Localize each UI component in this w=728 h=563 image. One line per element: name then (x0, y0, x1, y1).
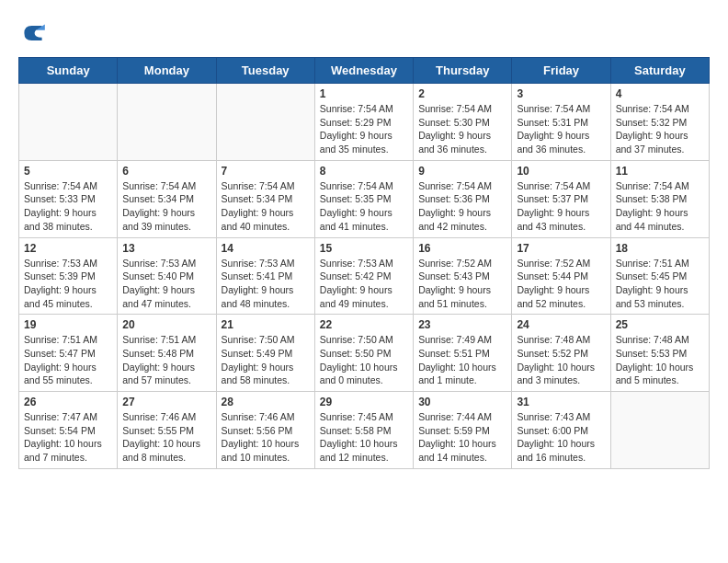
day-info: Sunrise: 7:54 AM Sunset: 5:35 PM Dayligh… (320, 179, 408, 234)
calendar-week-row: 26Sunrise: 7:47 AM Sunset: 5:54 PM Dayli… (19, 392, 710, 469)
calendar-day-cell: 11Sunrise: 7:54 AM Sunset: 5:38 PM Dayli… (610, 160, 709, 237)
calendar-day-cell: 7Sunrise: 7:54 AM Sunset: 5:34 PM Daylig… (216, 160, 314, 237)
day-number: 29 (320, 396, 408, 408)
day-info: Sunrise: 7:52 AM Sunset: 5:44 PM Dayligh… (517, 257, 605, 311)
day-number: 11 (616, 165, 704, 178)
day-number: 25 (616, 318, 704, 331)
calendar-day-cell: 23Sunrise: 7:49 AM Sunset: 5:51 PM Dayli… (414, 315, 512, 392)
calendar-day-cell: 26Sunrise: 7:47 AM Sunset: 5:54 PM Dayli… (19, 392, 118, 469)
day-info: Sunrise: 7:48 AM Sunset: 5:52 PM Dayligh… (517, 333, 605, 387)
day-number: 3 (517, 87, 605, 100)
day-info: Sunrise: 7:54 AM Sunset: 5:37 PM Dayligh… (517, 179, 605, 234)
day-info: Sunrise: 7:49 AM Sunset: 5:51 PM Dayligh… (418, 333, 506, 387)
calendar-week-row: 19Sunrise: 7:51 AM Sunset: 5:47 PM Dayli… (19, 315, 710, 392)
day-info: Sunrise: 7:43 AM Sunset: 6:00 PM Dayligh… (517, 410, 605, 465)
day-of-week-header: Wednesday (314, 58, 413, 84)
day-number: 10 (517, 165, 605, 178)
calendar-header: SundayMondayTuesdayWednesdayThursdayFrid… (19, 58, 710, 84)
day-info: Sunrise: 7:52 AM Sunset: 5:43 PM Dayligh… (418, 257, 506, 311)
day-info: Sunrise: 7:54 AM Sunset: 5:30 PM Dayligh… (418, 102, 506, 156)
calendar-day-cell: 16Sunrise: 7:52 AM Sunset: 5:43 PM Dayli… (414, 237, 512, 315)
day-number: 23 (418, 318, 506, 331)
calendar-day-cell: 22Sunrise: 7:50 AM Sunset: 5:50 PM Dayli… (314, 315, 413, 392)
day-info: Sunrise: 7:54 AM Sunset: 5:31 PM Dayligh… (517, 102, 605, 156)
day-info: Sunrise: 7:54 AM Sunset: 5:29 PM Dayligh… (320, 102, 408, 156)
calendar-day-cell: 20Sunrise: 7:51 AM Sunset: 5:48 PM Dayli… (118, 315, 216, 392)
day-of-week-header: Sunday (19, 58, 118, 84)
day-number: 7 (222, 165, 310, 178)
day-number: 6 (122, 165, 210, 178)
day-info: Sunrise: 7:47 AM Sunset: 5:54 PM Dayligh… (24, 410, 112, 465)
day-info: Sunrise: 7:48 AM Sunset: 5:53 PM Dayligh… (616, 333, 704, 387)
day-number: 24 (517, 318, 605, 331)
calendar-day-cell: 13Sunrise: 7:53 AM Sunset: 5:40 PM Dayli… (118, 237, 216, 315)
calendar-day-cell: 1Sunrise: 7:54 AM Sunset: 5:29 PM Daylig… (314, 84, 413, 161)
day-number: 17 (517, 242, 605, 255)
day-of-week-header: Thursday (414, 58, 512, 84)
day-info: Sunrise: 7:46 AM Sunset: 5:55 PM Dayligh… (122, 410, 210, 465)
day-number: 31 (517, 396, 605, 408)
day-of-week-header: Tuesday (216, 58, 314, 84)
calendar-day-cell (610, 392, 709, 469)
calendar-week-row: 1Sunrise: 7:54 AM Sunset: 5:29 PM Daylig… (19, 84, 710, 161)
day-number: 8 (320, 165, 408, 178)
day-number: 21 (222, 318, 310, 331)
calendar-day-cell: 15Sunrise: 7:53 AM Sunset: 5:42 PM Dayli… (314, 237, 413, 315)
calendar-day-cell (19, 84, 118, 161)
calendar-day-cell: 12Sunrise: 7:53 AM Sunset: 5:39 PM Dayli… (19, 237, 118, 315)
day-number: 28 (222, 396, 310, 408)
day-info: Sunrise: 7:54 AM Sunset: 5:32 PM Dayligh… (616, 102, 704, 156)
page-header (18, 18, 710, 48)
day-info: Sunrise: 7:51 AM Sunset: 5:47 PM Dayligh… (24, 333, 112, 387)
day-info: Sunrise: 7:54 AM Sunset: 5:36 PM Dayligh… (418, 179, 506, 234)
calendar-day-cell: 21Sunrise: 7:50 AM Sunset: 5:49 PM Dayli… (216, 315, 314, 392)
day-info: Sunrise: 7:54 AM Sunset: 5:33 PM Dayligh… (24, 179, 112, 234)
day-info: Sunrise: 7:54 AM Sunset: 5:34 PM Dayligh… (222, 179, 310, 234)
calendar-day-cell: 10Sunrise: 7:54 AM Sunset: 5:37 PM Dayli… (512, 160, 610, 237)
day-number: 5 (24, 165, 112, 178)
calendar-day-cell: 3Sunrise: 7:54 AM Sunset: 5:31 PM Daylig… (512, 84, 610, 161)
calendar-table: SundayMondayTuesdayWednesdayThursdayFrid… (18, 57, 710, 469)
header-row: SundayMondayTuesdayWednesdayThursdayFrid… (19, 58, 710, 84)
logo (18, 18, 53, 48)
calendar-day-cell: 25Sunrise: 7:48 AM Sunset: 5:53 PM Dayli… (610, 315, 709, 392)
day-number: 18 (616, 242, 704, 255)
day-number: 15 (320, 242, 408, 255)
day-of-week-header: Monday (118, 58, 216, 84)
day-info: Sunrise: 7:50 AM Sunset: 5:50 PM Dayligh… (320, 333, 408, 387)
day-number: 19 (24, 318, 112, 331)
day-info: Sunrise: 7:51 AM Sunset: 5:48 PM Dayligh… (122, 333, 210, 387)
calendar-week-row: 5Sunrise: 7:54 AM Sunset: 5:33 PM Daylig… (19, 160, 710, 237)
day-info: Sunrise: 7:44 AM Sunset: 5:59 PM Dayligh… (418, 410, 506, 465)
calendar-day-cell: 17Sunrise: 7:52 AM Sunset: 5:44 PM Dayli… (512, 237, 610, 315)
day-info: Sunrise: 7:54 AM Sunset: 5:38 PM Dayligh… (616, 179, 704, 234)
day-info: Sunrise: 7:53 AM Sunset: 5:39 PM Dayligh… (24, 257, 112, 311)
logo-icon (18, 18, 48, 48)
calendar-day-cell: 5Sunrise: 7:54 AM Sunset: 5:33 PM Daylig… (19, 160, 118, 237)
calendar-day-cell: 29Sunrise: 7:45 AM Sunset: 5:58 PM Dayli… (314, 392, 413, 469)
day-number: 20 (122, 318, 210, 331)
calendar-day-cell: 6Sunrise: 7:54 AM Sunset: 5:34 PM Daylig… (118, 160, 216, 237)
day-number: 30 (418, 396, 506, 408)
calendar-day-cell: 14Sunrise: 7:53 AM Sunset: 5:41 PM Dayli… (216, 237, 314, 315)
day-number: 22 (320, 318, 408, 331)
day-info: Sunrise: 7:46 AM Sunset: 5:56 PM Dayligh… (222, 410, 310, 465)
calendar-day-cell: 27Sunrise: 7:46 AM Sunset: 5:55 PM Dayli… (118, 392, 216, 469)
day-info: Sunrise: 7:53 AM Sunset: 5:42 PM Dayligh… (320, 257, 408, 311)
day-number: 9 (418, 165, 506, 178)
day-number: 1 (320, 87, 408, 100)
day-number: 26 (24, 396, 112, 408)
calendar-day-cell: 2Sunrise: 7:54 AM Sunset: 5:30 PM Daylig… (414, 84, 512, 161)
day-info: Sunrise: 7:45 AM Sunset: 5:58 PM Dayligh… (320, 410, 408, 465)
day-info: Sunrise: 7:53 AM Sunset: 5:41 PM Dayligh… (222, 257, 310, 311)
day-info: Sunrise: 7:51 AM Sunset: 5:45 PM Dayligh… (616, 257, 704, 311)
day-number: 12 (24, 242, 112, 255)
day-number: 4 (616, 87, 704, 100)
calendar-day-cell: 28Sunrise: 7:46 AM Sunset: 5:56 PM Dayli… (216, 392, 314, 469)
calendar-day-cell: 31Sunrise: 7:43 AM Sunset: 6:00 PM Dayli… (512, 392, 610, 469)
calendar-day-cell: 18Sunrise: 7:51 AM Sunset: 5:45 PM Dayli… (610, 237, 709, 315)
day-number: 14 (222, 242, 310, 255)
day-of-week-header: Saturday (610, 58, 709, 84)
day-number: 2 (418, 87, 506, 100)
calendar-day-cell: 19Sunrise: 7:51 AM Sunset: 5:47 PM Dayli… (19, 315, 118, 392)
